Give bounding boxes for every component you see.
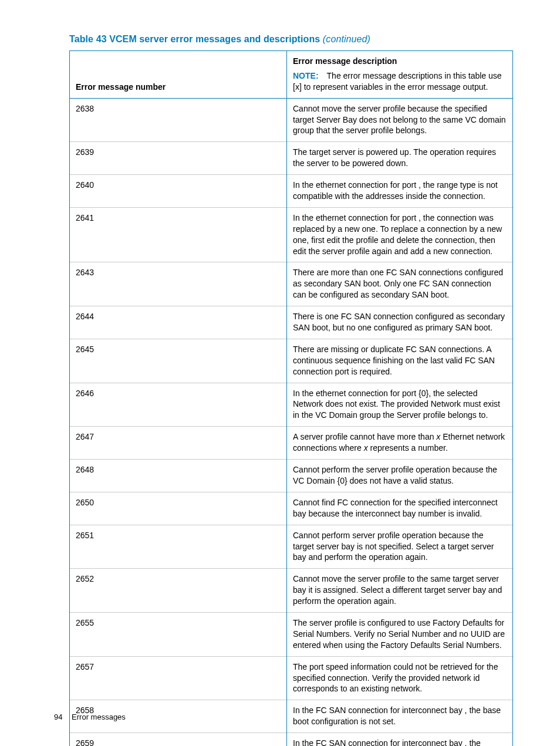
error-number-cell: 2643 <box>70 262 287 306</box>
error-number-cell: 2659 <box>70 733 287 746</box>
document-page: Table 43 VCEM server error messages and … <box>0 0 560 746</box>
error-description-cell: In the FC SAN connection for interconnec… <box>287 733 513 746</box>
table-row: 2657The port speed information could not… <box>70 656 513 700</box>
error-description-cell: There are missing or duplicate FC SAN co… <box>287 339 513 383</box>
table-body: 2638Cannot move the server profile becau… <box>70 98 513 746</box>
error-description-cell: Cannot perform the server profile operat… <box>287 460 513 492</box>
caption-continued: (continued) <box>323 34 370 44</box>
error-description-cell: Cannot move the server profile to the sa… <box>287 569 513 613</box>
table-row: 2648Cannot perform the server profile op… <box>70 460 513 492</box>
error-number-cell: 2657 <box>70 656 287 700</box>
error-number-cell: 2652 <box>70 569 287 613</box>
error-number-cell: 2641 <box>70 207 287 262</box>
error-description-cell: In the FC SAN connection for interconnec… <box>287 700 513 733</box>
table-row: 2651Cannot perform server profile operat… <box>70 525 513 569</box>
table-caption: Table 43 VCEM server error messages and … <box>69 34 513 45</box>
error-description-cell: The target server is powered up. The ope… <box>287 142 513 175</box>
note-text: The error message descriptions in this t… <box>293 71 502 92</box>
error-number-cell: 2646 <box>70 383 287 427</box>
page-number: 94 <box>54 713 62 721</box>
error-number-cell: 2648 <box>70 460 287 492</box>
error-description-cell: In the ethernet connection for port , th… <box>287 175 513 208</box>
table-row: 2644There is one FC SAN connection confi… <box>70 306 513 339</box>
error-description-cell: Cannot perform server profile operation … <box>287 525 513 569</box>
table-row: 2655The server profile is configured to … <box>70 612 513 656</box>
error-description-cell: In the ethernet connection for port {0},… <box>287 383 513 427</box>
table-row: 2647A server profile cannot have more th… <box>70 427 513 460</box>
table-row: 2639The target server is powered up. The… <box>70 142 513 175</box>
error-number-cell: 2650 <box>70 492 287 525</box>
table-row: 2638Cannot move the server profile becau… <box>70 98 513 142</box>
caption-title: Table 43 VCEM server error messages and … <box>69 34 320 44</box>
footer-section: Error messages <box>72 713 126 721</box>
table-row: 2640In the ethernet connection for port … <box>70 175 513 208</box>
error-description-cell: In the ethernet connection for port , th… <box>287 207 513 262</box>
error-description-cell: The server profile is configured to use … <box>287 612 513 656</box>
table-row: 2643There are more than one FC SAN conne… <box>70 262 513 306</box>
error-number-cell: 2651 <box>70 525 287 569</box>
table-row: 2641In the ethernet connection for port … <box>70 207 513 262</box>
error-number-cell: 2644 <box>70 306 287 339</box>
table-row: 2658In the FC SAN connection for interco… <box>70 700 513 733</box>
table-row: 2652Cannot move the server profile to th… <box>70 569 513 613</box>
table-row: 2650Cannot find FC connection for the sp… <box>70 492 513 525</box>
col-header-description: Error message description NOTE:The error… <box>287 51 513 99</box>
table-row: 2659In the FC SAN connection for interco… <box>70 733 513 746</box>
error-description-cell: A server profile cannot have more than x… <box>287 427 513 460</box>
col-header-number: Error message number <box>70 51 287 99</box>
error-messages-table: Error message number Error message descr… <box>69 50 513 746</box>
table-row: 2646In the ethernet connection for port … <box>70 383 513 427</box>
error-number-cell: 2638 <box>70 98 287 142</box>
error-description-cell: The port speed information could not be … <box>287 656 513 700</box>
error-description-cell: Cannot move the server profile because t… <box>287 98 513 142</box>
page-footer: 94 Error messages <box>54 713 126 721</box>
error-number-cell: 2640 <box>70 175 287 208</box>
error-description-cell: There is one FC SAN connection configure… <box>287 306 513 339</box>
desc-header-label: Error message description <box>293 56 507 67</box>
error-description-cell: Cannot find FC connection for the specif… <box>287 492 513 525</box>
table-row: 2645There are missing or duplicate FC SA… <box>70 339 513 383</box>
error-number-cell: 2655 <box>70 612 287 656</box>
error-number-cell: 2639 <box>70 142 287 175</box>
error-description-cell: There are more than one FC SAN connectio… <box>287 262 513 306</box>
error-number-cell: 2645 <box>70 339 287 383</box>
note-label: NOTE: <box>293 71 319 80</box>
error-number-cell: 2647 <box>70 427 287 460</box>
